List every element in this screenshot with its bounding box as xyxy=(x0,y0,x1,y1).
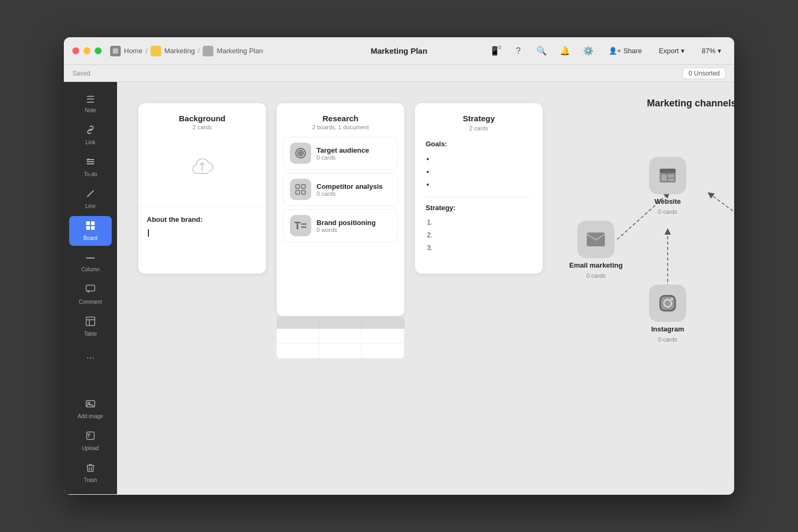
share-button[interactable]: 👤+ Share xyxy=(604,45,646,57)
breadcrumb-plan[interactable]: Marketing Plan xyxy=(217,47,263,55)
column-icon xyxy=(86,253,95,264)
table-header-row xyxy=(277,316,404,329)
svg-line-31 xyxy=(710,194,734,239)
sidebar-item-todo[interactable]: To-do xyxy=(69,152,112,182)
sidebar-item-column[interactable]: Column xyxy=(69,248,112,278)
target-audience-count: 0 cards xyxy=(317,154,369,161)
sidebar-item-line[interactable]: Line xyxy=(69,184,112,214)
notifications-button[interactable]: 🔔 xyxy=(558,44,572,59)
svg-rect-27 xyxy=(296,190,300,194)
strategy-list xyxy=(426,216,532,254)
sidebar-item-table[interactable]: Table xyxy=(69,312,112,342)
background-card-text: About the brand: xyxy=(138,207,266,246)
minimize-button[interactable] xyxy=(84,47,90,54)
sidebar-item-upload[interactable]: Upload xyxy=(69,426,112,456)
strategy-label: Strategy: xyxy=(426,204,532,212)
search-button[interactable]: 🔍 xyxy=(534,44,549,59)
sidebar-upload-label: Upload xyxy=(82,445,99,451)
table-col-1 xyxy=(277,316,319,329)
goals-list xyxy=(426,152,532,190)
titlebar-right: 📱 0 ? 🔍 🔔 ⚙️ 👤+ Share Export ▾ xyxy=(487,44,726,59)
background-card-subtitle: 2 cards xyxy=(149,124,255,130)
background-card-title: Background xyxy=(149,114,255,123)
sidebar-item-comment[interactable]: Comment xyxy=(69,280,112,310)
strategy-card-title: Strategy xyxy=(426,114,532,123)
research-card-subtitle: 2 boards, 1 document xyxy=(287,124,394,130)
table-cell xyxy=(277,329,319,343)
todo-icon xyxy=(86,157,95,169)
subheader: Saved 0 Unsorted xyxy=(64,65,734,82)
strategy-divider xyxy=(426,197,532,197)
export-label: Export xyxy=(659,47,679,55)
svg-rect-8 xyxy=(91,226,95,230)
zoom-button[interactable]: 87% ▾ xyxy=(697,45,726,57)
traffic-lights xyxy=(72,47,102,54)
goals-label: Goals: xyxy=(426,140,532,148)
sidebar-comment-label: Comment xyxy=(79,299,102,305)
sidebar-item-note[interactable]: ☰ Note xyxy=(69,88,112,118)
breadcrumb-home[interactable]: Home xyxy=(124,47,143,55)
sidebar-item-trash[interactable]: Trash xyxy=(69,458,112,488)
chevron-down-icon: ▾ xyxy=(681,47,685,55)
channel-node-website[interactable]: Website 0 cards xyxy=(649,157,686,215)
research-card[interactable]: Research 2 boards, 1 document xyxy=(277,103,404,316)
research-item-competitor[interactable]: Competitor analysis 0 cards xyxy=(283,173,398,206)
strategy-item xyxy=(434,229,532,242)
email-count: 0 cards xyxy=(586,272,605,279)
close-button[interactable] xyxy=(72,47,79,54)
page-title: Marketing Plan xyxy=(371,46,428,55)
strategy-card-subtitle: 2 cards xyxy=(426,125,532,131)
research-item-brand[interactable]: T= Brand positioning 0 words xyxy=(283,209,398,242)
svg-rect-28 xyxy=(302,190,305,194)
instagram-name: Instagram xyxy=(651,325,684,333)
maximize-button[interactable] xyxy=(95,47,102,54)
upload-icon xyxy=(86,431,95,443)
table-cell xyxy=(277,344,319,358)
table-col-2 xyxy=(319,316,362,329)
table-body xyxy=(277,329,404,359)
research-item-target[interactable]: Target audience 0 cards xyxy=(283,137,398,170)
brand-positioning-name: Brand positioning xyxy=(317,219,376,227)
plan-icon xyxy=(203,46,213,56)
table-cell xyxy=(319,344,362,358)
background-card[interactable]: Background 2 cards About the brand: xyxy=(138,103,266,273)
home-icon[interactable] xyxy=(110,46,121,56)
svg-point-23 xyxy=(298,151,303,156)
settings-button[interactable]: ⚙️ xyxy=(581,44,596,59)
text-cursor xyxy=(148,229,149,237)
svg-rect-36 xyxy=(668,179,674,181)
more-icon: ··· xyxy=(86,352,94,363)
sidebar-item-board[interactable]: Board xyxy=(69,216,112,246)
email-icon-box xyxy=(577,221,614,258)
share-label: Share xyxy=(624,47,642,55)
unsorted-button[interactable]: 0 Unsorted xyxy=(683,68,726,79)
email-name: Email marketing xyxy=(569,261,622,269)
research-items-list: Target audience 0 cards xyxy=(277,132,404,246)
channel-node-instagram[interactable]: Instagram 0 cards xyxy=(649,285,686,343)
breadcrumb-marketing[interactable]: Marketing xyxy=(164,47,195,55)
table-row xyxy=(277,344,404,359)
background-card-upload-area[interactable] xyxy=(138,132,266,207)
bell-icon: 🔔 xyxy=(560,46,570,56)
sidebar-column-label: Column xyxy=(81,267,99,272)
table-area[interactable] xyxy=(277,316,404,359)
instagram-count: 0 cards xyxy=(658,336,677,343)
svg-line-4 xyxy=(87,190,94,197)
sidebar-note-label: Note xyxy=(85,107,96,113)
sidebar-item-link[interactable]: Link xyxy=(69,120,112,150)
device-button[interactable]: 📱 0 xyxy=(487,44,502,59)
comment-icon xyxy=(86,285,95,297)
research-item-target-text: Target audience 0 cards xyxy=(317,146,369,161)
note-icon: ☰ xyxy=(86,94,95,105)
export-button[interactable]: Export ▾ xyxy=(654,45,689,57)
channel-node-email[interactable]: Email marketing 0 cards xyxy=(569,221,622,279)
svg-rect-25 xyxy=(296,185,300,188)
help-button[interactable]: ? xyxy=(511,44,526,59)
strategy-card[interactable]: Strategy 2 cards Goals: Strategy: xyxy=(415,103,543,273)
svg-rect-35 xyxy=(668,174,674,177)
background-about-label: About the brand: xyxy=(147,215,257,223)
sidebar-table-label: Table xyxy=(84,331,97,337)
svg-rect-10 xyxy=(86,285,95,291)
sidebar-item-more[interactable]: ··· xyxy=(69,344,112,373)
sidebar-item-addimage[interactable]: Add image xyxy=(69,394,112,424)
